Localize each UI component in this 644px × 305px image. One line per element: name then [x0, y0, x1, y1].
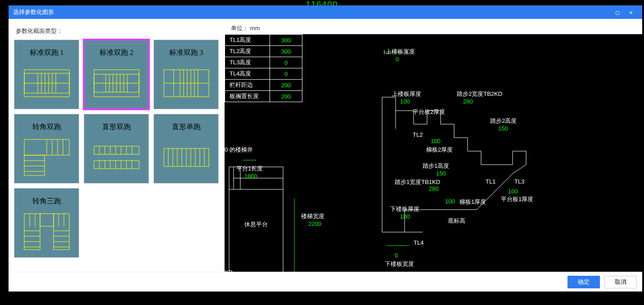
tile-label: 转角三跑 — [32, 197, 61, 206]
stairwell-hint: 0 的楼梯井 — [225, 146, 253, 154]
low-slab-t-label: 下楼板厚度 — [390, 205, 419, 213]
tile-5[interactable]: 直形单跑 — [153, 114, 219, 184]
tile-0[interactable]: 标准双跑 1 — [14, 40, 79, 109]
titlebar[interactable]: 选择参数化图形 ▢ ✕ — [9, 5, 642, 19]
plat1-len-value: 1800 — [244, 173, 257, 179]
section-sketch — [378, 39, 630, 272]
param-value[interactable]: 0 — [270, 68, 302, 80]
baseh-label: 底标高 — [448, 217, 465, 225]
tile-label: 标准双跑 1 — [30, 48, 64, 58]
plat1t-label: 平台板1厚度 — [501, 195, 533, 203]
param-row: TL4高度0 — [225, 68, 302, 80]
tb1h-value: 150 — [436, 170, 446, 177]
param-value[interactable]: 0 — [270, 57, 302, 68]
tile-label: 标准双跑 3 — [169, 48, 203, 58]
param-value[interactable]: 300 — [270, 46, 302, 57]
tile-label: 直形双跑 — [102, 122, 131, 132]
tile-label: 标准双跑 2 — [99, 48, 134, 58]
up-slab-t-value: 100 — [400, 98, 410, 105]
low-slab-w-value: 0 — [395, 252, 398, 259]
param-row: 板搁置长度200 — [225, 91, 302, 102]
tile-2[interactable]: 标准双跑 3 — [153, 40, 219, 109]
tile-label: 转角双跑 — [32, 122, 61, 132]
tb2h-label: 踏步2高度 — [490, 117, 517, 125]
param-name: 板搁置长度 — [225, 91, 270, 102]
up-slab-t-label: 上楼板厚度 — [392, 90, 421, 98]
tb1h-label: 踏步1高度 — [423, 162, 449, 170]
tile-sketch — [164, 58, 209, 109]
param-value[interactable]: 200 — [270, 80, 302, 91]
tl3: TL3 — [514, 178, 524, 185]
svg-rect-37 — [94, 146, 139, 154]
slab1t-value: 100 — [445, 198, 455, 205]
maximize-icon[interactable]: ▢ — [611, 9, 624, 16]
plat1-len-label: 平台1长度 — [236, 165, 263, 173]
param-name: TL2高度 — [225, 46, 270, 57]
rest-platform: 休息平台 — [244, 220, 268, 229]
tile-sketch — [24, 132, 69, 183]
up-slab-w-value: 0 — [396, 56, 399, 63]
slab2t-value: 100 — [431, 138, 441, 144]
ok-button[interactable]: 确定 — [567, 276, 600, 288]
tb1w-value: 280 — [429, 185, 439, 192]
close-icon[interactable]: ✕ — [624, 9, 638, 16]
tile-3[interactable]: 转角双跑 — [14, 114, 79, 184]
up-slab-w-label: 上楼板宽度 — [386, 48, 415, 56]
parametric-dialog: 选择参数化图形 ▢ ✕ 参数化截面类型： 标准双跑 1 标准双跑 2 标准双跑 … — [9, 5, 642, 292]
cancel-button[interactable]: 取消 — [604, 276, 637, 288]
plat2t-label: 平台板2厚度 — [413, 108, 445, 116]
svg-rect-33 — [24, 155, 45, 175]
svg-rect-65 — [40, 214, 54, 226]
param-row: 栏杆距边200 — [225, 80, 302, 91]
tb2w-label: 踏步2宽度TB2KD — [457, 90, 502, 98]
param-name: TL3高度 — [225, 57, 270, 68]
param-name: 栏杆距边 — [225, 80, 270, 91]
preview-panel: 单位： mm TL1高度300TL2高度300TL3高度0TL4高度0栏杆距边2… — [225, 19, 642, 272]
tl2: TL2 — [413, 131, 423, 138]
low-slab-t-value: 100 — [400, 213, 410, 220]
tile-sketch — [24, 206, 69, 257]
slab2t-label: 梯板2厚度 — [426, 146, 453, 154]
dialog-footer: 确定 取消 — [9, 272, 642, 292]
tile-1[interactable]: 标准双跑 2 — [84, 40, 149, 109]
gallery-panel: 参数化截面类型： 标准双跑 1 标准双跑 2 标准双跑 3 转角双跑 直形双跑 … — [9, 19, 225, 272]
param-row: TL2高度300 — [225, 46, 302, 57]
tile-sketch — [94, 132, 139, 183]
tb2h-value: 150 — [498, 125, 508, 132]
kd-label: KD — [225, 269, 233, 272]
stair-width-value: 2200 — [308, 220, 321, 227]
tl1: TL1 — [486, 178, 495, 185]
param-table: TL1高度300TL2高度300TL3高度0TL4高度0栏杆距边200板搁置长度… — [225, 34, 302, 102]
svg-rect-63 — [24, 214, 40, 250]
param-name: TL4高度 — [225, 68, 270, 80]
param-row: TL3高度0 — [225, 57, 302, 68]
plan-sketch — [225, 117, 337, 272]
unit-label: 单位： mm — [231, 24, 642, 32]
tile-label: 直形单跑 — [172, 122, 201, 132]
tile-sketch — [164, 132, 209, 183]
tile-4[interactable]: 直形双跑 — [84, 114, 149, 184]
svg-rect-64 — [54, 214, 69, 250]
tb2w-value: 280 — [463, 98, 473, 105]
tile-sketch — [24, 58, 69, 109]
param-row: TL1高度300 — [225, 35, 302, 46]
param-name: TL1高度 — [225, 35, 270, 46]
dialog-title: 选择参数化图形 — [13, 8, 54, 16]
param-value[interactable]: 300 — [270, 35, 302, 46]
gallery-grid: 标准双跑 1 标准双跑 2 标准双跑 3 转角双跑 直形双跑 直形单跑 转角三跑 — [14, 40, 219, 266]
slab1t-label: 梯板1厚度 — [459, 198, 486, 206]
tile-sketch — [94, 58, 139, 109]
gallery-caption: 参数化截面类型： — [16, 27, 219, 35]
cad-preview[interactable]: TL1高度300TL2高度300TL3高度0TL4高度0栏杆距边200板搁置长度… — [225, 34, 642, 272]
svg-rect-38 — [94, 161, 139, 169]
param-value[interactable]: 200 — [270, 91, 302, 102]
plat1t-value: 100 — [508, 188, 518, 195]
low-slab-w-label: 下楼板宽度 — [385, 260, 414, 268]
stair-width-label: 楼梯宽度 — [301, 212, 324, 220]
tile-6[interactable]: 转角三跑 — [14, 188, 79, 258]
tl4: TL4 — [414, 239, 423, 246]
